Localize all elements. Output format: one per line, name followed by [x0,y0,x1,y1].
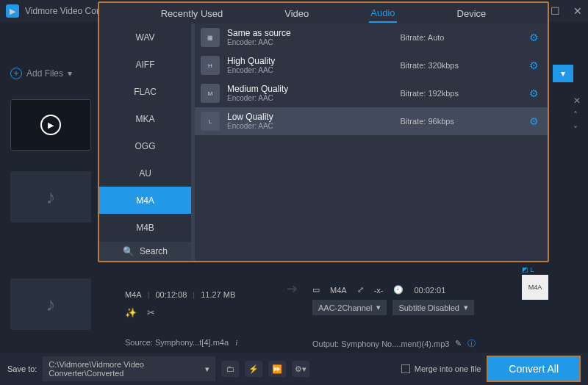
close-panel-icon[interactable]: ✕ [573,96,581,106]
format-wav[interactable]: WAV [99,24,191,51]
effects-icon[interactable]: ✨ [125,307,137,318]
gpu-accel-icon[interactable]: ⚡ [245,361,262,377]
preset-medium-quality[interactable]: M Medium Quality Encoder: AAC Bitrate: 1… [195,79,548,107]
add-files-label: Add Files [26,68,63,79]
format-aiff[interactable]: AIFF [99,51,191,78]
convert-all-button[interactable]: Convert All [487,356,581,382]
play-icon: ▶ [40,115,61,135]
preset-high-quality[interactable]: H High Quality Encoder: AAC Bitrate: 320… [195,51,548,79]
format-flac[interactable]: FLAC [99,78,191,105]
checkbox-icon [401,364,410,373]
format-panel: Recently Used Video Audio Device WAV AIF… [98,1,549,262]
chevron-down-icon: ▾ [68,68,72,79]
output-text: Output: Symphony No....ment)(4).mp3 ✎ ⓘ [312,338,476,349]
format-au[interactable]: AU [99,159,191,187]
preset-icon: M [201,84,220,103]
info-icon[interactable]: ⓘ [467,338,476,349]
format-list: WAV AIFF FLAC MKA OGG AU M4A M4B 🔍 Searc… [99,24,192,261]
format-ogg[interactable]: OGG [99,132,191,159]
format-dropdown-toggle[interactable]: ▾ [553,65,573,82]
edit-icon[interactable]: ✎ [455,339,462,348]
preview-thumbnail[interactable]: ▶ [10,99,91,151]
move-up-icon[interactable]: ˄ [573,110,581,120]
audio-channel-select[interactable]: AAC-2Channel▾ [312,300,387,315]
bottom-bar: Save to: C:\Vidmore\Vidmore Video Conver… [0,353,588,385]
preset-icon: ▦ [201,28,220,47]
tab-recently-used[interactable]: Recently Used [159,5,225,22]
settings-icon[interactable]: ⚙▾ [292,361,309,377]
tab-device[interactable]: Device [456,5,488,22]
arrow-icon: ➔ [287,281,298,297]
gear-icon[interactable]: ⚙ [529,60,539,71]
format-search[interactable]: 🔍 Search [99,242,191,261]
gear-icon[interactable]: ⚙ [529,32,539,43]
move-down-icon[interactable]: ˅ [573,125,581,135]
gear-icon[interactable]: ⚙ [529,87,539,99]
source-text: Source: Symphony...t[4].m4a i [125,338,237,347]
expand-icon: ⤢ [357,285,364,295]
maximize-icon[interactable]: ☐ [551,5,560,17]
merge-checkbox[interactable]: Merge into one file [401,364,481,373]
audio-thumbnail-2[interactable]: ♪ [10,278,91,330]
close-icon[interactable]: ✕ [573,5,582,17]
preset-same-as-source[interactable]: ▦ Same as source Encoder: AAC Bitrate: A… [195,24,548,51]
save-path-input[interactable]: C:\Vidmore\Vidmore Video Converter\Conve… [43,356,215,381]
file-info: M4A| 00:12:08| 11.27 MB [125,290,235,299]
cut-icon[interactable]: ✂ [147,307,155,318]
subtitle-select[interactable]: Subtitle Disabled▾ [392,300,474,315]
music-note-icon: ♪ [46,186,56,209]
gear-icon[interactable]: ⚙ [529,115,539,127]
music-note-icon: ♪ [46,293,56,316]
format-mka[interactable]: MKA [99,105,191,132]
browse-folder-icon[interactable]: 🗀 [221,361,239,377]
target-format-label: M4A [522,275,548,300]
search-icon: 🔍 [123,246,134,256]
tab-video[interactable]: Video [283,5,310,22]
format-m4b[interactable]: M4B [99,214,191,241]
format-m4a[interactable]: M4A [99,187,191,214]
add-files-button[interactable]: + Add Files ▾ [10,68,72,79]
tab-audio[interactable]: Audio [369,4,396,23]
save-to-label: Save to: [7,364,37,373]
preset-low-quality[interactable]: L Low Quality Encoder: AAC Bitrate: 96kb… [195,107,548,135]
audio-thumbnail-1[interactable]: ♪ [10,171,91,223]
plus-icon: + [10,68,22,79]
search-label: Search [140,246,168,256]
high-speed-icon[interactable]: ⏩ [268,361,286,377]
preset-list: ▦ Same as source Encoder: AAC Bitrate: A… [195,24,548,261]
preset-icon: L [201,112,220,131]
clock-icon: 🕘 [393,285,404,295]
preset-icon: H [201,56,220,75]
app-logo-icon: ▶ [6,4,19,18]
output-format-target[interactable]: ◩ L M4A [522,266,548,300]
film-icon: ▭ [312,285,320,295]
